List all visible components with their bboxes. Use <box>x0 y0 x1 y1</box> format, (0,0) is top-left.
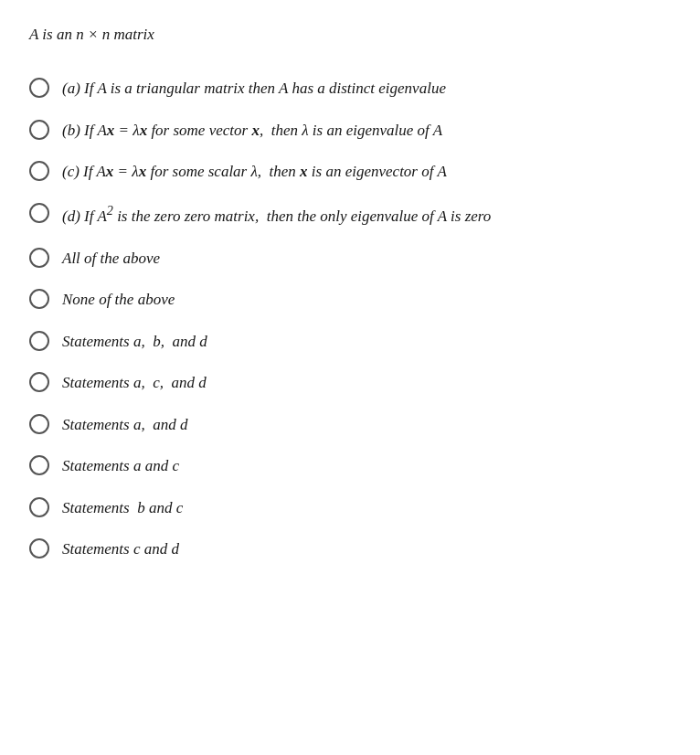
radio-all[interactable] <box>29 248 49 268</box>
option-label-none: None of the above <box>62 288 175 312</box>
option-label-d: (d) If A2 is the zero zero matrix, then … <box>62 202 491 229</box>
radio-b[interactable] <box>29 120 49 140</box>
option-item-c[interactable]: (c) If Ax = λx for some scalar λ, then x… <box>29 151 671 193</box>
option-item-cd[interactable]: Statements c and d <box>29 528 671 570</box>
option-item-bc[interactable]: Statements b and c <box>29 487 671 529</box>
radio-bc[interactable] <box>29 497 49 517</box>
option-item-all[interactable]: All of the above <box>29 238 671 280</box>
option-label-bc: Statements b and c <box>62 496 183 520</box>
option-item-d[interactable]: (d) If A2 is the zero zero matrix, then … <box>29 193 671 238</box>
radio-ad[interactable] <box>29 414 49 434</box>
option-label-b: (b) If Ax = λx for some vector x, then λ… <box>62 119 442 143</box>
option-label-a: (a) If A is a triangular matrix then A h… <box>62 77 446 101</box>
option-item-b[interactable]: (b) If Ax = λx for some vector x, then λ… <box>29 110 671 152</box>
option-label-ad: Statements a, and d <box>62 413 187 437</box>
radio-c[interactable] <box>29 161 49 181</box>
radio-cd[interactable] <box>29 538 49 558</box>
radio-acd[interactable] <box>29 372 49 392</box>
option-item-ac[interactable]: Statements a and c <box>29 445 671 487</box>
radio-ac[interactable] <box>29 455 49 475</box>
radio-abd[interactable] <box>29 331 49 351</box>
radio-d[interactable] <box>29 203 49 223</box>
question-header: A is an n × n matrix <box>29 26 671 44</box>
option-label-acd: Statements a, c, and d <box>62 371 207 395</box>
option-item-abd[interactable]: Statements a, b, and d <box>29 321 671 363</box>
option-item-none[interactable]: None of the above <box>29 279 671 321</box>
radio-none[interactable] <box>29 289 49 309</box>
option-label-c: (c) If Ax = λx for some scalar λ, then x… <box>62 160 447 184</box>
radio-a[interactable] <box>29 78 49 98</box>
option-label-all: All of the above <box>62 247 160 271</box>
option-label-abd: Statements a, b, and d <box>62 330 207 354</box>
option-item-acd[interactable]: Statements a, c, and d <box>29 362 671 404</box>
option-label-cd: Statements c and d <box>62 537 179 561</box>
option-label-ac: Statements a and c <box>62 454 179 478</box>
option-item-a[interactable]: (a) If A is a triangular matrix then A h… <box>29 68 671 110</box>
option-item-ad[interactable]: Statements a, and d <box>29 404 671 446</box>
options-list: (a) If A is a triangular matrix then A h… <box>29 68 671 570</box>
